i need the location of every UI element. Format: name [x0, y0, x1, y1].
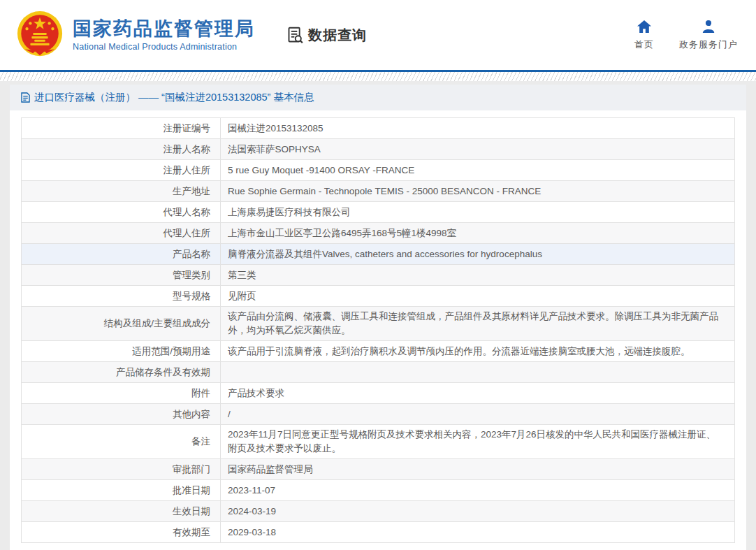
row-value: 2029-03-18 [221, 522, 735, 543]
table-row: 注册证编号 国械注进20153132085 [22, 118, 735, 139]
row-label: 附件 [22, 383, 221, 404]
table-row: 管理类别 第三类 [22, 265, 735, 286]
row-label: 型号规格 [22, 286, 221, 307]
row-value: 5 rue Guy Moquet -91400 ORSAY -FRANCE [221, 160, 735, 181]
table-row: 适用范围/预期用途 该产品用于引流脑脊液，起到治疗脑积水及调节颅内压的作用。分流… [22, 341, 735, 362]
site-header: 国家药品监督管理局 National Medical Products Admi… [0, 0, 756, 70]
row-label: 注册证编号 [22, 118, 221, 139]
row-value: 国家药品监督管理局 [221, 459, 735, 480]
registration-table-body: 注册证编号 国械注进20153132085 注册人名称 法国索菲萨SOPHYSA… [22, 118, 735, 543]
table-row: 有效期至 2029-03-18 [22, 522, 735, 543]
row-value: / [221, 404, 735, 425]
table-row: 备注 2023年11月7日同意更正型号规格附页及技术要求相关内容，2023年7月… [22, 425, 735, 459]
row-value: 该产品由分流阀、储液囊、调压工具和连接管组成，产品组件及其原材料详见产品技术要求… [221, 307, 735, 341]
row-value: 见附页 [221, 286, 735, 307]
site-logo[interactable]: 国家药品监督管理局 National Medical Products Admi… [15, 10, 255, 59]
org-name-en: National Medical Products Administration [73, 42, 255, 52]
table-row: 代理人住所 上海市金山工业区亭卫公路6495弄168号5幢1楼4998室 [22, 223, 735, 244]
table-row: 型号规格 见附页 [22, 286, 735, 307]
table-row: 代理人名称 上海康易捷医疗科技有限公司 [22, 202, 735, 223]
registration-table: 注册证编号 国械注进20153132085 注册人名称 法国索菲萨SOPHYSA… [21, 117, 735, 543]
row-label: 有效期至 [22, 522, 221, 543]
document-search-icon [286, 26, 305, 45]
row-label: 注册人名称 [22, 139, 221, 160]
table-row: 注册人名称 法国索菲萨SOPHYSA [22, 139, 735, 160]
row-value: 上海康易捷医疗科技有限公司 [221, 202, 735, 223]
content-panel: 进口医疗器械（注册） —— “国械注进20153132085” 基本信息 注册证… [10, 85, 746, 550]
org-name-zh: 国家药品监督管理局 [73, 18, 255, 40]
row-value: 该产品用于引流脑脊液，起到治疗脑积水及调节颅内压的作用。分流器近端连接脑室或腰大… [221, 341, 735, 362]
row-value: 产品技术要求 [221, 383, 735, 404]
row-label: 批准日期 [22, 480, 221, 501]
data-query-link[interactable]: 数据查询 [286, 26, 367, 45]
row-value: 2024-03-19 [221, 501, 735, 522]
data-query-label: 数据查询 [308, 26, 367, 45]
row-label: 注册人住所 [22, 160, 221, 181]
table-row: 产品名称 脑脊液分流器及其组件Valves, catheters and acc… [22, 244, 735, 265]
row-label: 产品名称 [22, 244, 221, 265]
home-icon [637, 20, 652, 34]
breadcrumb: 进口医疗器械（注册） —— “国械注进20153132085” 基本信息 [10, 85, 746, 110]
header-nav: 首页 政务服务门户 [634, 20, 741, 51]
row-label: 适用范围/预期用途 [22, 341, 221, 362]
nav-item-home-label: 首页 [634, 38, 654, 51]
nav-item-home[interactable]: 首页 [634, 20, 654, 51]
table-row: 注册人住所 5 rue Guy Moquet -91400 ORSAY -FRA… [22, 160, 735, 181]
row-label: 审批部门 [22, 459, 221, 480]
person-icon [701, 20, 716, 34]
row-label: 备注 [22, 425, 221, 459]
table-row: 其他内容 / [22, 404, 735, 425]
row-value: 第三类 [221, 265, 735, 286]
table-row: 附件 产品技术要求 [22, 383, 735, 404]
table-row: 产品储存条件及有效期 [22, 362, 735, 383]
table-row: 结构及组成/主要组成成分 该产品由分流阀、储液囊、调压工具和连接管组成，产品组件… [22, 307, 735, 341]
row-label: 产品储存条件及有效期 [22, 362, 221, 383]
row-label: 管理类别 [22, 265, 221, 286]
document-icon [21, 92, 30, 103]
breadcrumb-text: 进口医疗器械（注册） —— “国械注进20153132085” 基本信息 [34, 91, 314, 104]
table-row: 审批部门 国家药品监督管理局 [22, 459, 735, 480]
row-value: 2023-11-07 [221, 480, 735, 501]
national-emblem-icon [15, 10, 64, 59]
row-value: 2023年11月7日同意更正型号规格附页及技术要求相关内容，2023年7月26日… [221, 425, 735, 459]
row-value: 上海市金山工业区亭卫公路6495弄168号5幢1楼4998室 [221, 223, 735, 244]
brand-text: 国家药品监督管理局 National Medical Products Admi… [73, 18, 255, 52]
row-label: 生产地址 [22, 181, 221, 202]
registration-table-wrap: 注册证编号 国械注进20153132085 注册人名称 法国索菲萨SOPHYSA… [10, 110, 746, 543]
row-value [221, 362, 735, 383]
table-row: 生产地址 Rue Sophie Germain - Technopole TEM… [22, 181, 735, 202]
table-row: 批准日期 2023-11-07 [22, 480, 735, 501]
row-label: 其他内容 [22, 404, 221, 425]
row-value: 国械注进20153132085 [221, 118, 735, 139]
row-label: 生效日期 [22, 501, 221, 522]
row-label: 代理人住所 [22, 223, 221, 244]
hatched-stripe-band [0, 72, 756, 81]
nav-item-gov-portal-label: 政务服务门户 [679, 38, 738, 51]
row-label: 结构及组成/主要组成成分 [22, 307, 221, 341]
table-row: 生效日期 2024-03-19 [22, 501, 735, 522]
row-value: Rue Sophie Germain - Technopole TEMIS - … [221, 181, 735, 202]
row-value: 法国索菲萨SOPHYSA [221, 139, 735, 160]
row-value: 脑脊液分流器及其组件Valves, catheters and accessor… [221, 244, 735, 265]
nav-item-gov-portal[interactable]: 政务服务门户 [679, 20, 738, 51]
row-label: 代理人名称 [22, 202, 221, 223]
